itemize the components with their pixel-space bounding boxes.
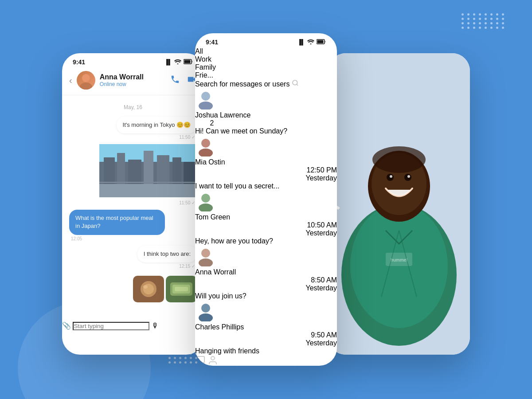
- battery-icon-left: [184, 59, 193, 66]
- svg-rect-25: [317, 40, 324, 43]
- contact-preview-mia: I want to tell you a secret...: [195, 182, 337, 190]
- search-icon: [292, 80, 299, 88]
- contact-name-anna: Anna Worrall: [195, 268, 236, 276]
- status-bar-left: 9:41 ▐▌: [62, 53, 204, 67]
- contact-time-mia: 12:50 PM: [195, 166, 337, 174]
- contact-name-charles: Charles Phillips: [195, 323, 244, 331]
- phone-left: 9:41 ▐▌ ‹ Anna Worrall: [62, 53, 204, 355]
- message-4: I think top two are: 12:15 ✓: [69, 246, 197, 269]
- svg-point-52: [372, 146, 426, 173]
- svg-rect-14: [99, 182, 197, 183]
- msg-bubble-1: It's morning in Tokyo 😊😊: [117, 117, 197, 133]
- badge-joshua: 2: [210, 119, 214, 127]
- signal-icon-left: ▐▌: [164, 59, 172, 65]
- time-left: 9:41: [73, 59, 85, 66]
- nav-contacts-icon[interactable]: [207, 360, 218, 366]
- avatar-anna: [195, 245, 337, 268]
- chat-user-info: Anna Worrall Online now: [100, 73, 170, 87]
- contact-preview-charles: Hanging with friends: [195, 347, 337, 355]
- svg-rect-1: [184, 60, 191, 63]
- svg-point-30: [199, 149, 213, 156]
- contact-item-anna[interactable]: Anna Worrall 8:50 AM Yesterday Will you …: [195, 245, 337, 300]
- svg-point-50: [390, 175, 392, 178]
- contact-date-charles: Yesterday: [195, 339, 337, 347]
- contact-info-tom: Tom Green 10:50 AM Yesterday Hey, how ar…: [195, 213, 337, 245]
- contact-preview-tom: Hey, how are you today?: [195, 237, 337, 245]
- contact-preview-joshua: Hi! Can we meet on Sunday?: [195, 127, 337, 135]
- msg-bubble-4: I think top two are:: [137, 246, 197, 262]
- contact-name-tom: Tom Green: [195, 213, 230, 221]
- nav-chat-icon[interactable]: [195, 360, 207, 366]
- svg-point-19: [143, 285, 148, 289]
- chat-date: May, 16: [69, 104, 197, 110]
- search-bar[interactable]: Search for messages or users: [195, 79, 337, 88]
- contact-time-joshua: 12:50: [195, 121, 207, 126]
- status-bar-center: 9:41 ▐▌: [195, 33, 337, 47]
- message-2: 11:50 ✓: [69, 144, 197, 205]
- contact-item-mia[interactable]: Mia Ostin 12:50 PM Yesterday I want to t…: [195, 135, 337, 190]
- search-placeholder: Search for messages or users: [195, 80, 289, 88]
- tab-work[interactable]: Work: [195, 55, 337, 63]
- contact-info-anna: Anna Worrall 8:50 AM Yesterday Will you …: [195, 268, 337, 300]
- chat-input-bar: 📎 🎙: [62, 321, 204, 330]
- svg-point-3: [80, 82, 92, 90]
- svg-point-36: [199, 313, 213, 321]
- svg-point-31: [201, 194, 210, 203]
- tab-family[interactable]: Family: [195, 63, 337, 71]
- attachment-icon[interactable]: 📎: [62, 322, 71, 329]
- svg-point-34: [199, 258, 213, 266]
- back-button[interactable]: ‹: [69, 75, 72, 86]
- contact-info-mia: Mia Ostin 12:50 PM Yesterday I want to t…: [195, 158, 337, 190]
- food-images: [133, 276, 197, 304]
- svg-rect-13: [99, 184, 197, 197]
- phone-right: hummel: [328, 53, 470, 355]
- contact-list: Joshua Lawrence 12:50 2 Hi! Can we meet …: [195, 88, 337, 355]
- svg-point-37: [211, 356, 215, 360]
- chat-messages: May, 16 It's morning in Tokyo 😊😊 11:50 ✓: [62, 95, 204, 321]
- chat-input[interactable]: [73, 322, 149, 330]
- food-image-1: [133, 276, 164, 304]
- msg-time-3: 12:05: [69, 236, 84, 241]
- svg-point-51: [407, 175, 410, 178]
- chat-user-name: Anna Worrall: [100, 73, 170, 81]
- status-icons-left: ▐▌: [164, 59, 193, 66]
- bottom-nav: +: [195, 355, 337, 366]
- svg-point-27: [201, 92, 210, 101]
- contact-date-anna: Yesterday: [195, 284, 337, 292]
- signal-icon-center: ▐▌: [297, 39, 305, 45]
- svg-text:hummel: hummel: [391, 258, 408, 262]
- msg-time-1: 11:50 ✓: [177, 135, 197, 140]
- svg-point-32: [199, 203, 213, 211]
- contact-time-anna: 8:50 AM: [195, 276, 337, 284]
- avatar-charles: [195, 300, 337, 323]
- contact-item-joshua[interactable]: Joshua Lawrence 12:50 2 Hi! Can we meet …: [195, 88, 337, 135]
- tab-friends[interactable]: Frie...: [195, 71, 337, 79]
- contact-time-charles: 9:50 AM: [195, 331, 337, 339]
- battery-icon-center: [317, 39, 326, 46]
- microphone-icon[interactable]: 🎙: [152, 322, 159, 329]
- chat-user-status: Online now: [100, 81, 170, 87]
- avatar-tom: [195, 190, 337, 213]
- svg-rect-23: [175, 287, 188, 291]
- msg-bubble-3: What is the most popular meal in Japan?: [69, 210, 165, 235]
- contact-time-tom: 10:50 AM: [195, 221, 337, 229]
- contact-info-joshua: Joshua Lawrence 12:50 2 Hi! Can we meet …: [195, 111, 337, 135]
- svg-point-2: [82, 74, 90, 82]
- avatar-joshua: [195, 88, 337, 111]
- message-3: What is the most popular meal in Japan? …: [69, 210, 197, 241]
- msg-time-2: 11:50 ✓: [177, 200, 197, 205]
- contact-item-charles[interactable]: Charles Phillips 9:50 AM Yesterday Hangi…: [195, 300, 337, 355]
- phones-container: 9:41 ▐▌ ‹ Anna Worrall: [0, 0, 532, 399]
- tab-all[interactable]: All: [195, 47, 337, 55]
- svg-point-29: [201, 139, 210, 148]
- message-1: It's morning in Tokyo 😊😊 11:50 ✓: [69, 117, 197, 140]
- tabs-bar: All Work Family Frie...: [195, 47, 337, 79]
- svg-point-33: [201, 249, 210, 258]
- wifi-icon-left: [174, 59, 181, 66]
- status-icons-center: ▐▌: [297, 39, 326, 46]
- svg-point-28: [199, 102, 213, 110]
- tokyo-image: [99, 144, 197, 199]
- contact-date-mia: Yesterday: [195, 174, 337, 182]
- contact-item-tom[interactable]: Tom Green 10:50 AM Yesterday Hey, how ar…: [195, 190, 337, 245]
- call-button[interactable]: [170, 74, 180, 86]
